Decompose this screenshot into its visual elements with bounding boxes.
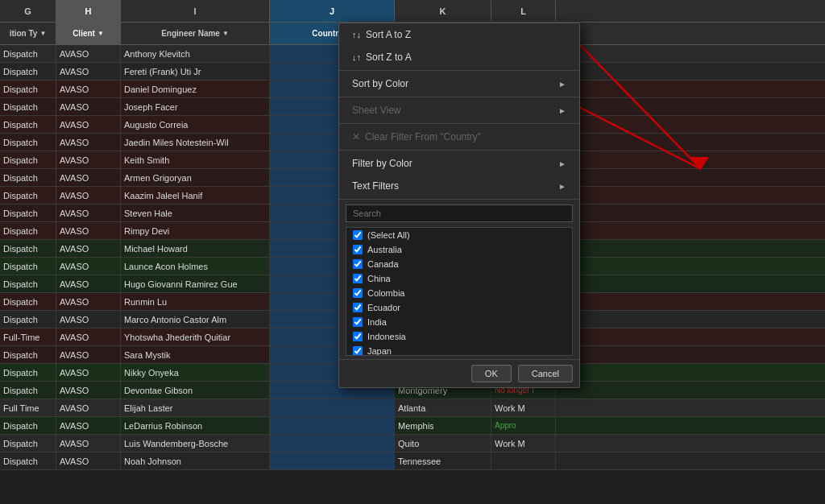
cell-engineer: Daniel Dominguez — [121, 81, 270, 97]
cell-position: Dispatch — [0, 346, 56, 363]
divider-1 — [339, 70, 579, 71]
cell-client: AVASO — [56, 258, 121, 275]
cell-position: Dispatch — [0, 435, 56, 452]
cell-position: Dispatch — [0, 452, 56, 469]
cell-position: Dispatch — [0, 134, 56, 151]
table-row: Dispatch AVASO Luis Wandemberg-Bosche Qu… — [0, 435, 825, 452]
checkbox-item[interactable]: China — [346, 271, 572, 286]
cell-engineer: LeDarrius Robinson — [121, 417, 270, 434]
cell-client: AVASO — [56, 151, 121, 168]
cell-engineer: Hugo Giovanni Ramirez Gue — [121, 275, 270, 292]
filter-arrow-g[interactable]: ▼ — [39, 30, 46, 37]
cell-client: AVASO — [56, 98, 121, 115]
za-sort-icon: ↓↑ — [352, 52, 361, 62]
cell-engineer: Kaazim Jaleel Hanif — [121, 187, 270, 204]
col-subheader-i[interactable]: Engineer Name ▼ — [121, 23, 270, 44]
cell-client: AVASO — [56, 222, 121, 239]
checkbox-2[interactable] — [353, 259, 363, 269]
sort-az-item[interactable]: ↑↓ Sort A to Z — [339, 23, 579, 46]
col-subheader-h[interactable]: Client ▼ — [56, 23, 121, 44]
cell-client: AVASO — [56, 81, 121, 97]
cell-position: Dispatch — [0, 204, 56, 221]
col-header-l[interactable]: L — [491, 0, 556, 22]
cell-engineer: Jaedin Miles Notestein-Wil — [121, 134, 270, 151]
col-subheader-g[interactable]: ition Ty ▼ — [0, 23, 56, 44]
cell-status: Appro — [491, 417, 556, 434]
cell-engineer: Nikky Onyeka — [121, 364, 270, 381]
sheet-view-item[interactable]: Sheet View ► — [339, 99, 579, 122]
cell-status — [491, 452, 556, 469]
clear-filter-item[interactable]: ✕ Clear Filter From "Country" — [339, 126, 579, 148]
text-filters-item[interactable]: Text Filters ► — [339, 175, 579, 197]
col-header-g[interactable]: G — [0, 0, 56, 22]
cell-client: AVASO — [56, 435, 121, 452]
sort-za-label: Sort Z to A — [366, 52, 412, 63]
filter-by-color-chevron: ► — [558, 159, 566, 168]
cell-engineer: Anthony Klevitch — [121, 45, 270, 62]
cell-client: AVASO — [56, 63, 121, 80]
cell-position: Dispatch — [0, 187, 56, 204]
checkbox-item[interactable]: Canada — [346, 257, 572, 271]
checkbox-item[interactable]: Colombia — [346, 286, 572, 300]
cell-country — [270, 399, 395, 416]
cell-engineer: Keith Smith — [121, 151, 270, 168]
cell-engineer: Fereti (Frank) Uti Jr — [121, 63, 270, 80]
cell-position: Dispatch — [0, 382, 56, 399]
checkbox-7[interactable] — [353, 332, 363, 341]
cell-engineer: Steven Hale — [121, 204, 270, 221]
checkbox-item[interactable]: Ecuador — [346, 300, 572, 315]
cell-client: AVASO — [56, 45, 121, 62]
filter-arrow-h[interactable]: ▼ — [97, 30, 104, 37]
sort-za-item[interactable]: ↓↑ Sort Z to A — [339, 46, 579, 68]
cell-status: Work M — [491, 435, 556, 452]
checkbox-4[interactable] — [353, 288, 363, 298]
cell-client: AVASO — [56, 452, 121, 469]
table-row: Dispatch AVASO Noah Johnson Tennessee — [0, 452, 825, 470]
cell-position: Dispatch — [0, 81, 56, 97]
clear-filter-icon: ✕ — [352, 131, 360, 143]
filter-dropdown[interactable]: ↑↓ Sort A to Z ↓↑ Sort Z to A Sort by Co… — [338, 23, 580, 388]
cell-client: AVASO — [56, 417, 121, 434]
filter-arrow-i[interactable]: ▼ — [222, 30, 229, 37]
checkbox-item[interactable]: (Select All) — [346, 228, 572, 242]
checkbox-item[interactable]: Japan — [346, 344, 572, 356]
cell-city: Quito — [395, 435, 491, 452]
checkbox-8[interactable] — [353, 346, 363, 356]
cell-position: Dispatch — [0, 45, 56, 62]
divider-5 — [339, 199, 579, 200]
col-header-h[interactable]: H — [56, 0, 121, 22]
country-checkbox-list[interactable]: (Select All)AustraliaCanadaChinaColombia… — [346, 227, 573, 356]
checkbox-1[interactable] — [353, 245, 363, 254]
checkbox-item[interactable]: Australia — [346, 242, 572, 257]
col-header-i[interactable]: I — [121, 0, 270, 22]
sheet-view-label: Sheet View — [352, 105, 401, 116]
dropdown-footer: OK Cancel — [339, 359, 579, 387]
cell-client: AVASO — [56, 134, 121, 151]
cell-engineer: Joseph Facer — [121, 98, 270, 115]
col-header-k[interactable]: K — [395, 0, 491, 22]
checkbox-item[interactable]: India — [346, 315, 572, 329]
cell-status: Work M — [491, 399, 556, 416]
cell-position: Dispatch — [0, 275, 56, 292]
checkbox-5[interactable] — [353, 303, 363, 312]
cell-client: AVASO — [56, 364, 121, 381]
cell-engineer: Armen Grigoryan — [121, 169, 270, 186]
cell-position: Dispatch — [0, 293, 56, 310]
cell-client: AVASO — [56, 399, 121, 416]
checkbox-6[interactable] — [353, 317, 363, 327]
checkbox-3[interactable] — [353, 274, 363, 283]
checkbox-0[interactable] — [353, 230, 363, 240]
cell-client: AVASO — [56, 328, 121, 345]
cell-position: Dispatch — [0, 364, 56, 381]
col-header-j[interactable]: J — [270, 0, 395, 22]
search-input[interactable] — [346, 204, 573, 222]
checkbox-item[interactable]: Indonesia — [346, 329, 572, 344]
cell-engineer: Rimpy Devi — [121, 222, 270, 239]
filter-by-color-item[interactable]: Filter by Color ► — [339, 152, 579, 175]
ok-button[interactable]: OK — [471, 365, 512, 382]
cell-client: AVASO — [56, 116, 121, 133]
clear-filter-label: Clear Filter From "Country" — [365, 131, 481, 143]
cell-engineer: Elijah Laster — [121, 399, 270, 416]
sort-by-color-item[interactable]: Sort by Color ► — [339, 72, 579, 95]
cancel-button[interactable]: Cancel — [518, 365, 573, 382]
